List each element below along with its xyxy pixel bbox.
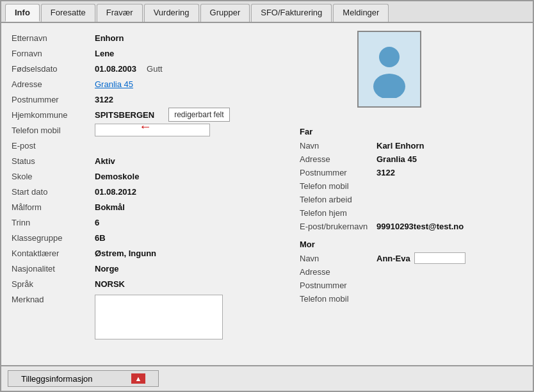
adresse-value[interactable]: Granlia 45 xyxy=(95,79,133,89)
postnummer-row: Postnummer 3122 xyxy=(12,92,287,106)
svg-point-1 xyxy=(379,47,400,67)
merknad-row: Merknad xyxy=(12,295,287,339)
nasjonalitet-value: Norge xyxy=(95,264,119,274)
tab-sfo[interactable]: SFO/Fakturering xyxy=(251,4,332,22)
adresse-label: Adresse xyxy=(12,79,95,89)
tab-fravaer[interactable]: Fravær xyxy=(97,4,143,22)
merknad-textarea[interactable] xyxy=(95,295,223,339)
mor-telefon-mobil-label: Telefon mobil xyxy=(300,294,376,304)
tab-vurdering[interactable]: Vurdering xyxy=(144,4,199,22)
far-navn-row: Navn Karl Enhorn xyxy=(300,139,464,152)
tab-meldinger[interactable]: Meldinger xyxy=(333,4,389,22)
kontaktlaerer-label: Kontaktlærer xyxy=(12,249,95,258)
startdato-row: Start dato 01.08.2012 xyxy=(12,184,287,199)
telefon-mobil-label: Telefon mobil xyxy=(12,126,95,135)
sprak-row: Språk NORSK xyxy=(12,277,287,291)
far-adresse-row: Adresse Granlia 45 xyxy=(300,152,464,165)
person-silhouette-icon xyxy=(367,40,412,98)
main-window: Info Foresatte Fravær Vurdering Grupper … xyxy=(0,0,534,392)
adresse-row: Adresse Granlia 45 xyxy=(12,77,287,91)
far-navn-label: Navn xyxy=(300,141,376,151)
malform-row: Målform Bokmål xyxy=(12,200,287,214)
merknad-label: Merknad xyxy=(12,295,95,304)
red-arrow-icon: ← xyxy=(139,119,152,134)
klassegruppe-label: Klassegruppe xyxy=(12,233,95,243)
tillegg-label: Tilleggsinformasjon xyxy=(21,374,93,384)
fornavn-value: Lene xyxy=(95,49,114,58)
collapse-arrow-icon: ▲ xyxy=(131,373,146,384)
kontaktlaerer-row: Kontaktlærer Østrem, Ingunn xyxy=(12,246,287,260)
content-area: Etternavn Enhorn Fornavn Lene Fødselsdat… xyxy=(1,23,533,365)
far-navn-value: Karl Enhorn xyxy=(376,141,424,151)
fodselsdato-row: Fødselsdato 01.08.2003 Gutt xyxy=(12,61,287,76)
kontaktlaerer-value: Østrem, Ingunn xyxy=(95,249,156,258)
mor-header: Mor xyxy=(300,240,465,249)
fodselsdato-label: Fødselsdato xyxy=(12,64,95,74)
far-section: Far Navn Karl Enhorn Adresse Granlia 45 … xyxy=(300,127,464,233)
tab-info[interactable]: Info xyxy=(5,4,40,22)
malform-label: Målform xyxy=(12,202,95,212)
nasjonalitet-label: Nasjonalitet xyxy=(12,264,95,274)
telefon-mobil-input[interactable] xyxy=(95,124,210,136)
malform-value: Bokmål xyxy=(95,202,125,212)
epost-row: E-post xyxy=(12,138,287,152)
far-epost-row: E-post/brukernavn 99910293test@test.no xyxy=(300,220,464,233)
klassegruppe-value: 6B xyxy=(95,233,106,243)
etternavn-value: Enhorn xyxy=(95,33,124,43)
epost-label: E-post xyxy=(12,141,95,151)
startdato-value: 01.08.2012 xyxy=(95,187,136,197)
mor-navn-input[interactable] xyxy=(414,252,465,264)
mor-telefon-mobil-row: Telefon mobil xyxy=(300,292,465,305)
mor-postnummer-row: Postnummer xyxy=(300,279,465,291)
status-value: Aktiv xyxy=(95,156,115,166)
far-postnummer-row: Postnummer 3122 xyxy=(300,166,464,179)
tab-bar: Info Foresatte Fravær Vurdering Grupper … xyxy=(1,1,533,23)
far-epost-value: 99910293test@test.no xyxy=(376,222,464,231)
mor-adresse-row: Adresse xyxy=(300,265,465,278)
far-postnummer-value: 3122 xyxy=(376,168,395,177)
trinn-value: 6 xyxy=(95,218,99,227)
far-telefon-hjem-label: Telefon hjem xyxy=(300,208,376,218)
postnummer-label: Postnummer xyxy=(12,95,95,104)
mor-postnummer-label: Postnummer xyxy=(300,281,376,290)
far-header: Far xyxy=(300,127,464,136)
klassegruppe-row: Klassegruppe 6B xyxy=(12,231,287,245)
far-telefon-arbeid-label: Telefon arbeid xyxy=(300,195,376,204)
far-adresse-label: Adresse xyxy=(300,154,376,164)
gutt-label: Gutt xyxy=(147,64,163,74)
far-epost-label: E-post/brukernavn xyxy=(300,222,376,231)
etternavn-label: Etternavn xyxy=(12,33,95,43)
mor-section: Mor Navn Ann-Eva Adresse Postnummer xyxy=(300,240,465,306)
student-photo xyxy=(357,31,421,108)
far-postnummer-label: Postnummer xyxy=(300,168,376,177)
skole-label: Skole xyxy=(12,172,95,181)
tilleggsinformasjon-button[interactable]: Tilleggsinformasjon ▲ xyxy=(8,370,159,387)
trinn-row: Trinn 6 xyxy=(12,215,287,229)
far-telefon-mobil-label: Telefon mobil xyxy=(300,181,376,191)
far-telefon-mobil-row: Telefon mobil xyxy=(300,179,464,192)
mor-adresse-label: Adresse xyxy=(300,267,376,277)
fornavn-label: Fornavn xyxy=(12,49,95,58)
skole-value: Demoskole xyxy=(95,172,139,181)
postnummer-value: 3122 xyxy=(95,95,113,104)
hjemkommune-row: Hjemkommune SPITSBERGEN redigerbart felt… xyxy=(12,108,287,122)
far-adresse-value: Granlia 45 xyxy=(376,154,417,164)
tooltip-redigerbart: redigerbart felt xyxy=(168,108,229,122)
status-row: Status Aktiv xyxy=(12,154,287,168)
etternavn-row: Etternavn Enhorn xyxy=(12,31,287,45)
sprak-label: Språk xyxy=(12,279,95,289)
skole-row: Skole Demoskole xyxy=(12,169,287,183)
mor-navn-label: Navn xyxy=(300,254,376,263)
hjemkommune-label: Hjemkommune xyxy=(12,110,95,120)
tab-grupper[interactable]: Grupper xyxy=(200,4,250,22)
far-telefon-arbeid-row: Telefon arbeid xyxy=(300,193,464,206)
hjemkommune-value: SPITSBERGEN xyxy=(95,110,154,120)
sprak-value: NORSK xyxy=(95,279,125,289)
tab-foresatte[interactable]: Foresatte xyxy=(41,4,95,22)
right-panel: Far Navn Karl Enhorn Adresse Granlia 45 … xyxy=(300,31,522,357)
trinn-label: Trinn xyxy=(12,218,95,227)
status-label: Status xyxy=(12,156,95,166)
fornavn-row: Fornavn Lene xyxy=(12,46,287,60)
mor-navn-row: Navn Ann-Eva xyxy=(300,252,465,265)
mor-navn-value: Ann-Eva xyxy=(376,254,410,263)
